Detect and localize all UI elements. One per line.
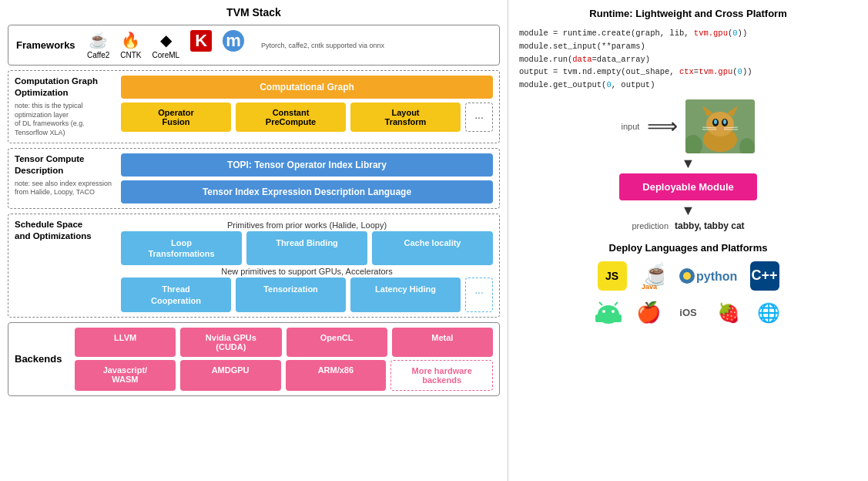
coreml-label: CoreML [152,51,180,59]
code-line-3: module.run(data=data_array) [519,53,857,66]
fw-coreml: ◆ CoreML [152,31,180,59]
constant-precompute-box: ConstantPreCompute [236,103,346,132]
svg-point-19 [683,272,691,280]
svg-point-8 [723,119,726,124]
backends-content: LLVM Nvidia GPUs(CUDA) OpenCL Metal Java… [75,328,493,391]
arm-box: ARM/x86 [286,360,387,391]
input-label: input [622,122,640,131]
opencl-box: OpenCL [287,328,387,357]
code-line-5: module.get_output(0, output) [519,79,857,92]
backends-section: Backends LLVM Nvidia GPUs(CUDA) OpenCL M… [8,322,500,396]
m-icon: m [223,30,244,52]
tensor-index-bar: Tensor Index Expression Description Lang… [121,180,493,204]
right-panel: Runtime: Lightweight and Cross Platform … [508,0,868,481]
coreml-icon: ◆ [160,31,172,49]
java-icon: ☕ Java [638,261,667,291]
android-icon [594,298,623,328]
runtime-title: Runtime: Lightweight and Cross Platform [519,8,857,19]
schedule-section: Schedule Spaceand Optimizations Primitiv… [8,214,500,318]
deployable-module-box: Deployable Module [619,173,756,200]
svg-point-7 [714,119,717,124]
primitives-note2: New primitives to support GPUs, Accelera… [121,267,493,276]
topi-bar: TOPI: Tensor Operator Index Library [121,153,493,177]
arrow-right-icon: ⟹ [647,113,678,139]
llvm-box: LLVM [75,328,176,357]
layout-transform-box: LayoutTransform [350,103,461,132]
svg-rect-22 [598,314,619,322]
tensor-compute-note: note: see also index expressionfrom Hali… [15,180,115,197]
backends-label: Backends [15,353,69,365]
python-svg: python [678,264,739,288]
deploy-row1: JS ☕ Java python C++ [519,261,857,291]
svg-rect-28 [618,314,622,322]
inference-diagram: input ⟹ [519,99,857,231]
nvidia-box: Nvidia GPUs(CUDA) [180,328,281,357]
deploy-row2: 🍎 iOS 🍓 🌐 [519,298,857,328]
metal-box: Metal [392,328,493,357]
arrow-down-icon-2: ▼ [682,204,695,217]
svg-text:python: python [696,270,737,283]
arrow-down-icon: ▼ [682,156,695,170]
amdgpu-box: AMDGPU [180,360,281,391]
schedule-dotted-box: ... [465,278,493,312]
comp-graph-content: Computational Graph OperatorFusion Const… [121,76,493,138]
code-line-4: output = tvm.nd.empty(out_shape, ctx=tvm… [519,66,857,79]
latency-hiding-box: Latency Hiding [350,278,461,312]
thread-cooperation-box: ThreadCooperation [121,278,231,312]
caffe2-label: Caffe2 [87,51,109,59]
javascript-box: Javascript/WASM [75,360,176,391]
apple-icon: 🍎 [634,298,663,328]
comp-graph-note: note: this is the typical optimization l… [15,102,115,138]
ios-icon: iOS [674,298,703,328]
comp-graph-dotted-box: ... [465,103,493,132]
schedule-row2: ThreadCooperation Tensorization Latency … [121,278,493,312]
tensor-compute-label: Tensor ComputeDescription [15,153,115,177]
caffe2-icon: ☕ [89,31,108,49]
fw-m: m m [223,30,244,60]
fw-k: K K [190,30,212,60]
cat-image [685,99,755,153]
input-row: input ⟹ [622,99,756,153]
cntk-label: CNTK [120,51,141,59]
prediction-label: prediction [632,221,669,230]
comp-graph-label-text: Computation Graph Optimization [15,76,98,97]
fw-cntk: 🔥 CNTK [120,31,141,59]
fw-caffe2: ☕ Caffe2 [87,31,109,59]
python-icon: python [678,261,739,291]
js-icon: JS [598,261,627,291]
svg-point-23 [602,310,605,313]
svg-line-26 [615,302,618,305]
code-block: module = runtime.create(graph, lib, tvm.… [519,27,857,92]
tvm-stack-title: TVM Stack [8,6,500,18]
code-line-1: module = runtime.create(graph, lib, tvm.… [519,27,857,40]
svg-text:Java: Java [642,283,658,291]
left-panel: TVM Stack Frameworks ☕ Caffe2 🔥 CNTK ◆ C… [0,0,508,481]
cpp-icon: C++ [750,261,779,291]
primitives-note1: Primitives from prior works (Halide, Loo… [121,220,493,230]
tensor-compute-content: TOPI: Tensor Operator Index Library Tens… [121,153,493,204]
comp-graph-label: Computation Graph Optimization [15,76,115,99]
svg-line-25 [599,302,602,305]
frameworks-note: Pytorch, caffe2, cntk supported via onnx [261,42,384,49]
tensorization-box: Tensorization [236,278,346,312]
deploy-title: Deploy Languages and Platforms [519,242,857,254]
frameworks-icons: ☕ Caffe2 🔥 CNTK ◆ CoreML K K [87,30,244,60]
schedule-label: Schedule Spaceand Optimizations [15,219,115,312]
tensor-compute-section: Tensor ComputeDescription note: see also… [8,148,500,209]
raspberry-icon: 🍓 [714,298,743,328]
prediction-row: prediction tabby, tabby cat [632,220,744,231]
java-svg: ☕ Java [641,261,664,291]
cntk-icon: 🔥 [121,31,140,49]
backends-row1: LLVM Nvidia GPUs(CUDA) OpenCL Metal [75,328,493,357]
comp-graph-sub-row: OperatorFusion ConstantPreCompute Layout… [121,103,493,132]
schedule-row1: LoopTransformations Thread Binding Cache… [121,231,493,266]
prediction-value: tabby, tabby cat [675,220,744,231]
thread-binding-box: Thread Binding [246,231,367,266]
k-icon: K [190,30,212,52]
more-backends-box: More hardware backends [390,360,493,391]
comp-graph-section: Computation Graph Optimization note: thi… [8,70,500,143]
frameworks-section: Frameworks ☕ Caffe2 🔥 CNTK ◆ CoreML [8,25,500,66]
computational-graph-bar: Computational Graph [121,76,493,99]
backends-row2: Javascript/WASM AMDGPU ARM/x86 More hard… [75,360,493,391]
schedule-content: Primitives from prior works (Halide, Loo… [121,219,493,312]
